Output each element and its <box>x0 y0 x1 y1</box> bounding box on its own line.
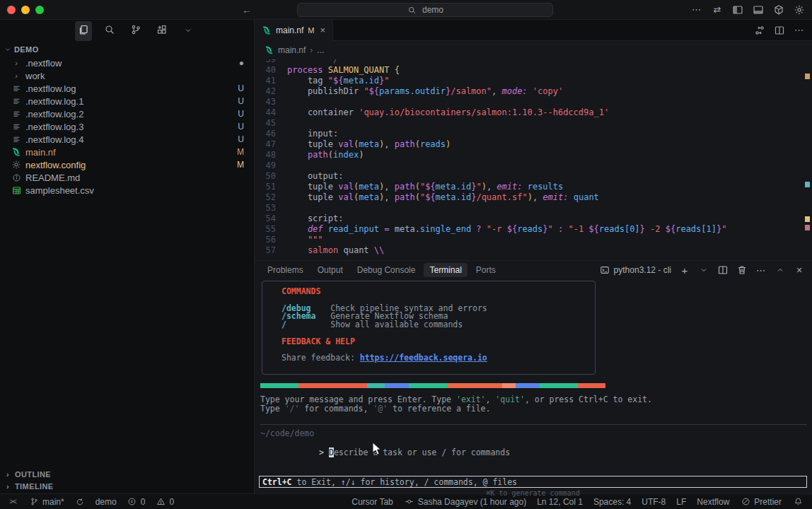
activity-source-control-button[interactable] <box>127 21 144 41</box>
sync-icon <box>74 496 86 508</box>
terminal-hints: Type your message and press Enter. Type … <box>260 395 652 413</box>
statusbar-utf-8[interactable]: UTF-8 <box>642 497 666 507</box>
split-icon[interactable] <box>774 25 785 36</box>
statusbar-ln-12-col-1[interactable]: Ln 12, Col 1 <box>537 497 583 507</box>
panel-tab-terminal[interactable]: Terminal <box>424 263 467 277</box>
layout-panel-icon[interactable] <box>753 4 764 16</box>
explorer-item-nextflow-config[interactable]: nextflow.configM <box>0 158 254 171</box>
chevron-right-icon: › <box>11 71 21 80</box>
compare-icon[interactable] <box>754 25 765 36</box>
chevron-up-icon[interactable] <box>775 264 786 276</box>
more-icon[interactable]: ⋯ <box>794 25 805 36</box>
tab-main-nf[interactable]: main.nf M × <box>255 20 333 41</box>
statusbar-label: Ln 12, Col 1 <box>537 497 583 507</box>
git-status-badge: M <box>237 160 244 170</box>
explorer-section-header[interactable]: DEMO <box>0 42 254 57</box>
explorer-item--nextflow-log-1[interactable]: .nextflow.log.1U <box>0 95 254 107</box>
statusbar-lf[interactable]: LF <box>676 497 686 507</box>
panel-tab-problems[interactable]: Problems <box>262 263 309 277</box>
explorer-item--nextflow-log[interactable]: .nextflow.logU <box>0 82 254 95</box>
file-label: .nextflow.log.4 <box>25 134 83 145</box>
breadcrumb-more: ... <box>317 45 324 55</box>
chevron-right-icon: › <box>4 469 11 480</box>
chevron-down-icon[interactable] <box>698 264 709 276</box>
code-line-44: 44 container 'quay.io/biocontainers/salm… <box>255 107 812 118</box>
statusbar-0[interactable]: 0 <box>155 496 174 508</box>
explorer-item--nextflow-log-2[interactable]: .nextflow.log.2U <box>0 107 254 120</box>
sidebar-section-timeline[interactable]: › TIMELINE <box>0 480 254 492</box>
statusbar-nextflow[interactable]: Nextflow <box>697 497 729 507</box>
terminal-line: / Show all available commands <box>282 321 595 329</box>
statusbar-bell[interactable] <box>792 496 804 508</box>
statusbar-label: main* <box>42 497 64 507</box>
code-line-45: 45 <box>255 118 812 129</box>
explorer-item-readme-md[interactable]: README.md <box>0 171 254 184</box>
statusbar-sasha-dagayev-1-hour-ago[interactable]: Sasha Dagayev (1 hour ago) <box>404 496 526 508</box>
activity-search-button[interactable] <box>101 21 118 41</box>
plus-icon[interactable]: + <box>679 264 690 276</box>
statusbar-prettier[interactable]: Prettier <box>740 496 782 508</box>
statusbar-0[interactable]: 0 <box>127 496 146 508</box>
cube-icon[interactable] <box>773 4 784 16</box>
panel-tab-debug-console[interactable]: Debug Console <box>352 263 422 277</box>
explorer-item--nextflow-log-3[interactable]: .nextflow.log.3U <box>0 120 254 133</box>
more-icon[interactable]: ⋯ <box>755 264 767 276</box>
explorer-item--nextflow[interactable]: ›.nextflow● <box>0 57 254 69</box>
search-icon <box>104 24 115 35</box>
gradient-divider <box>260 383 605 388</box>
code-line-53: 53 <box>255 203 812 213</box>
terminal-input[interactable]: > Describe a task or use / for commands <box>260 438 510 467</box>
activity-extensions-button[interactable] <box>153 21 170 41</box>
prompt-char: > <box>319 447 329 457</box>
terminal-view[interactable]: COMMANDS /debug Check pipeline syntax an… <box>255 279 812 493</box>
close-icon[interactable]: × <box>794 264 805 276</box>
layout-sidebar-icon[interactable] <box>732 4 743 16</box>
statusbar-main[interactable]: main* <box>28 496 64 508</box>
gear-icon[interactable] <box>794 4 805 16</box>
explorer-item-work[interactable]: ›work <box>0 69 254 82</box>
feedback-link[interactable]: https://feedback.seqera.io <box>360 353 487 363</box>
activity-files-button[interactable] <box>75 21 92 41</box>
code-line-55: 55 def read_input = meta.single_end ? "-… <box>255 224 812 235</box>
tab-close-icon[interactable]: × <box>320 25 326 35</box>
close-window-button[interactable] <box>7 6 16 14</box>
log-icon <box>11 110 21 119</box>
git-status-badge: U <box>238 109 244 119</box>
files-icon <box>78 24 89 35</box>
command-center-search[interactable]: demo <box>297 3 553 17</box>
file-label: .nextflow <box>25 58 62 69</box>
timeline-label: TIMELINE <box>15 482 54 491</box>
code-editor[interactable]: 39 */40process SALMON_QUANT {41 tag "${m… <box>255 59 812 260</box>
sync-arrows-icon[interactable]: ⇄ <box>712 4 723 16</box>
sidebar-section-outline[interactable]: › OUTLINE <box>0 468 254 480</box>
zoom-window-button[interactable] <box>35 6 44 14</box>
trash-icon[interactable] <box>736 264 748 276</box>
statusbar-spaces-4[interactable]: Spaces: 4 <box>593 497 631 507</box>
minimize-window-button[interactable] <box>21 6 30 14</box>
file-label: samplesheet.csv <box>25 185 94 196</box>
mouse-cursor <box>371 442 383 458</box>
explorer-item-main-nf[interactable]: main.nfM <box>0 146 254 158</box>
statusbar-label: demo <box>95 497 117 507</box>
terminal-selector[interactable]: python3.12 - cli <box>599 264 671 276</box>
back-icon[interactable]: ← <box>242 4 252 16</box>
explorer-item-samplesheet-csv[interactable]: samplesheet.csv <box>0 184 254 197</box>
terminal-placeholder: escribe a task or use / for commands <box>334 447 510 457</box>
explorer-item--nextflow-log-4[interactable]: .nextflow.log.4U <box>0 133 254 146</box>
statusbar-remote[interactable]: >< <box>7 496 18 508</box>
split-icon[interactable] <box>717 264 729 276</box>
git-status-badge: U <box>238 134 244 144</box>
file-label: .nextflow.log.1 <box>25 96 83 107</box>
editor-tab-bar: main.nf M × ⋯ <box>255 20 812 41</box>
statusbar-demo[interactable]: demo <box>95 497 117 507</box>
panel-tab-output[interactable]: Output <box>312 263 349 277</box>
panel-tab-ports[interactable]: Ports <box>470 263 501 277</box>
more-icon[interactable]: ⋯ <box>691 4 702 16</box>
statusbar-sync[interactable] <box>74 496 86 508</box>
statusbar-label: 0 <box>169 497 174 507</box>
statusbar-cursor-tab[interactable]: Cursor Tab <box>352 497 393 507</box>
git-status-badge: U <box>238 96 244 106</box>
activity-chevron-down-button[interactable] <box>180 22 197 40</box>
code-line-51: 51 tuple val(meta), path("${meta.id}"), … <box>255 182 812 192</box>
breadcrumb[interactable]: main.nf › ... <box>255 41 812 59</box>
